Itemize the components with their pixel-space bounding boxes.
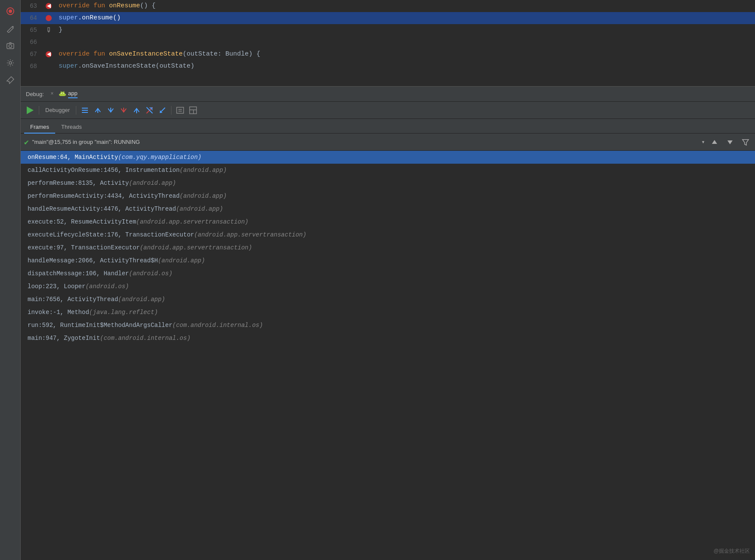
frame-item-10[interactable]: loop:223, Looper (android.os): [21, 280, 755, 293]
svg-point-1: [9, 9, 12, 13]
frame-item-14[interactable]: main:947, ZygoteInit (com.android.intern…: [21, 332, 755, 345]
svg-rect-8: [48, 28, 50, 31]
resume-button[interactable]: [24, 104, 36, 116]
code-line-67: 67 override fun onSaveInstanceState(outS…: [21, 48, 755, 60]
sidebar: [0, 0, 21, 560]
force-step-into-button[interactable]: [118, 104, 130, 116]
frame-package-10: (android.os): [85, 283, 129, 290]
svg-marker-38: [743, 140, 749, 145]
frame-item-11[interactable]: main:7656, ActivityThread (android.app): [21, 293, 755, 306]
svg-rect-12: [60, 94, 65, 96]
filter-button[interactable]: [739, 136, 752, 148]
svg-rect-33: [190, 107, 197, 114]
frame-item-12[interactable]: invoke:-1, Method (java.lang.reflect): [21, 306, 755, 319]
debugger-toolbar: Debugger: [21, 102, 755, 119]
frame-method-10: loop:223, Looper: [28, 283, 85, 290]
close-debug-button[interactable]: ×: [49, 91, 55, 97]
frame-package-7: (android.app.servertransaction): [140, 244, 252, 251]
frame-package-2: (android.app): [129, 180, 176, 187]
code-content-64: super.onResume(): [55, 12, 755, 24]
frame-method-8: handleMessage:2066, ActivityThread$H: [28, 257, 158, 264]
frame-package-14: (com.android.internal.os): [100, 335, 190, 342]
frame-item-4[interactable]: handleResumeActivity:4476, ActivityThrea…: [21, 202, 755, 215]
code-line-63: 63 override fun onResume() {: [21, 0, 755, 12]
debugger-label: Debugger: [42, 107, 73, 113]
evaluate-expression-button[interactable]: [156, 104, 168, 116]
frame-method-0: onResume:64, MainActivity: [28, 154, 118, 161]
restore-layout-button[interactable]: [187, 104, 199, 116]
frame-item-8[interactable]: handleMessage:2066, ActivityThread$H (an…: [21, 254, 755, 267]
thread-scroll-up[interactable]: [708, 136, 721, 148]
frame-item-0[interactable]: onResume:64, MainActivity (com.yqy.myapp…: [21, 151, 755, 164]
frame-item-7[interactable]: execute:97, TransactionExecutor (android…: [21, 241, 755, 254]
toolbar-separator-3: [171, 106, 172, 115]
svg-point-3: [9, 45, 12, 48]
frame-item-6[interactable]: executeLifecycleState:176, TransactionEx…: [21, 228, 755, 241]
watch-button[interactable]: [174, 104, 186, 116]
code-line-64: 64 super.onResume(): [21, 12, 755, 24]
frame-method-7: execute:97, TransactionExecutor: [28, 244, 140, 251]
panel-tabs: Frames Threads: [21, 119, 755, 134]
sidebar-icon-settings[interactable]: [3, 55, 18, 71]
frame-package-1: (android.app): [180, 167, 227, 174]
tab-frames[interactable]: Frames: [24, 121, 55, 134]
frames-list: onResume:64, MainActivity (com.yqy.myapp…: [21, 151, 755, 560]
svg-marker-36: [712, 140, 717, 144]
frame-method-1: callActivityOnResume:1456, Instrumentati…: [28, 167, 180, 174]
frame-method-12: invoke:-1, Method: [28, 309, 89, 316]
sidebar-icon-pin[interactable]: [3, 72, 18, 88]
thread-dropdown-chevron[interactable]: ▾: [702, 138, 705, 146]
thread-scroll-down[interactable]: [724, 136, 736, 148]
frame-method-5: execute:52, ResumeActivityItem: [28, 218, 136, 225]
line-number-63: 63: [21, 0, 42, 12]
app-badge[interactable]: app: [59, 89, 78, 99]
frame-package-13: (com.android.internal.os): [172, 322, 263, 329]
gutter-67: [42, 50, 55, 58]
line-number-64: 64: [21, 12, 42, 24]
step-over-button[interactable]: [92, 104, 104, 116]
sidebar-icon-debug[interactable]: [3, 3, 18, 19]
frame-item-5[interactable]: execute:52, ResumeActivityItem (android.…: [21, 215, 755, 228]
watermark: @掘金技术社区: [714, 548, 750, 555]
frame-item-9[interactable]: dispatchMessage:106, Handler (android.os…: [21, 267, 755, 280]
code-content-68: super.onSaveInstanceState(outState): [55, 60, 755, 72]
svg-marker-37: [727, 140, 733, 144]
frame-method-4: handleResumeActivity:4476, ActivityThrea…: [28, 205, 176, 212]
frame-method-11: main:7656, ActivityThread: [28, 296, 118, 303]
frame-package-4: (android.app): [176, 205, 223, 212]
code-content-63: override fun onResume() {: [55, 0, 755, 12]
sidebar-icon-camera[interactable]: [3, 38, 18, 53]
frame-package-6: (android.app.servertransaction): [194, 231, 306, 238]
frame-package-0: (com.yqy.myapplication): [118, 154, 201, 161]
frame-method-6: executeLifecycleState:176, TransactionEx…: [28, 231, 194, 238]
frame-item-1[interactable]: callActivityOnResume:1456, Instrumentati…: [21, 164, 755, 177]
frame-item-3[interactable]: performResumeActivity:4434, ActivityThre…: [21, 190, 755, 202]
frame-method-13: run:592, RuntimeInit$MethodAndArgsCaller: [28, 322, 172, 329]
show-execution-point-button[interactable]: [79, 104, 91, 116]
step-out-button[interactable]: [131, 104, 143, 116]
play-icon: [27, 106, 34, 114]
code-content-65: }: [55, 24, 755, 36]
toolbar-separator-2: [76, 106, 76, 115]
frame-item-13[interactable]: run:592, RuntimeInit$MethodAndArgsCaller…: [21, 319, 755, 332]
frame-package-11: (android.app): [118, 296, 165, 303]
svg-marker-9: [47, 31, 50, 33]
debug-label: Debug:: [26, 91, 44, 97]
line-number-65: 65: [21, 24, 42, 36]
frame-method-9: dispatchMessage:106, Handler: [28, 270, 129, 277]
tab-threads[interactable]: Threads: [55, 121, 88, 134]
run-to-cursor-button[interactable]: [144, 104, 156, 116]
debug-session-bar: Debug: × app: [21, 86, 755, 102]
thread-dropdown[interactable]: "main"@15,755 in group "main": RUNNING: [32, 139, 698, 145]
frame-item-2[interactable]: performResume:8135, Activity (android.ap…: [21, 177, 755, 190]
line-number-66: 66: [21, 36, 42, 48]
svg-point-14: [63, 93, 64, 94]
step-into-button[interactable]: [105, 104, 117, 116]
svg-point-7: [46, 15, 52, 21]
frame-method-3: performResumeActivity:4434, ActivityThre…: [28, 193, 180, 199]
sidebar-icon-pen[interactable]: [3, 21, 18, 36]
svg-rect-30: [177, 107, 184, 113]
app-name[interactable]: app: [68, 90, 78, 98]
svg-line-16: [63, 91, 64, 92]
svg-point-4: [9, 62, 12, 64]
